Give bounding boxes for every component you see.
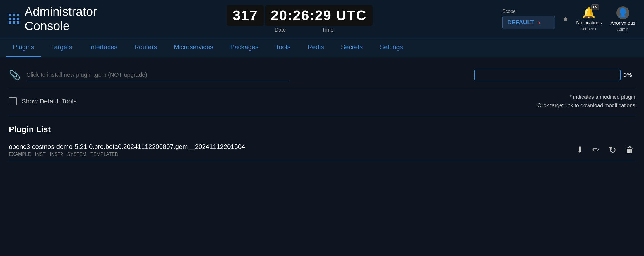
grid-icon bbox=[9, 14, 19, 24]
tab-packages[interactable]: Packages bbox=[223, 38, 266, 57]
plugin-tags: EXAMPLE INST INST2 SYSTEM TEMPLATED bbox=[9, 152, 575, 157]
plugin-tag: EXAMPLE bbox=[9, 152, 31, 157]
plugin-tag: TEMPLATED bbox=[90, 152, 118, 157]
date-display: 317 bbox=[227, 5, 264, 26]
main-content: 📎 0% Show Default Tools * indicates a mo… bbox=[0, 57, 644, 167]
tab-routers[interactable]: Routers bbox=[127, 38, 164, 57]
user-name: Anonymous bbox=[611, 21, 636, 26]
status-dot bbox=[564, 17, 567, 21]
app-title: Administrator Console bbox=[25, 5, 97, 33]
tab-redis[interactable]: Redis bbox=[300, 38, 331, 57]
refresh-icon bbox=[609, 146, 616, 155]
progress-container: 0% bbox=[474, 70, 635, 80]
clock-area: 317 20:26:29 UTC Date Time bbox=[227, 5, 373, 33]
plugin-tag: INST bbox=[35, 152, 46, 157]
scope-dropdown[interactable]: DEFAULT ▼ bbox=[502, 16, 555, 29]
plugin-tag: SYSTEM bbox=[67, 152, 86, 157]
time-display: 20:26:29 UTC bbox=[265, 5, 373, 26]
notification-label: Notifications bbox=[576, 20, 602, 25]
show-default-tools-checkbox[interactable] bbox=[9, 97, 17, 105]
delete-button[interactable] bbox=[625, 144, 635, 156]
time-label: Time bbox=[322, 27, 333, 33]
progress-percent: 0% bbox=[624, 72, 635, 78]
user-area: 👤 Anonymous Admin bbox=[611, 6, 636, 32]
edit-button[interactable] bbox=[591, 144, 600, 156]
user-avatar: 👤 bbox=[616, 6, 629, 19]
tab-settings[interactable]: Settings bbox=[373, 38, 410, 57]
tab-tools[interactable]: Tools bbox=[268, 38, 297, 57]
tab-targets[interactable]: Targets bbox=[44, 38, 79, 57]
download-button[interactable] bbox=[575, 144, 584, 156]
tools-note: * indicates a modified plugin Click targ… bbox=[537, 93, 635, 110]
notification-area: 🔔 69 Notifications Scripts: 0 bbox=[576, 7, 602, 31]
nav-tabs: Plugins Targets Interfaces Routers Micro… bbox=[0, 38, 644, 57]
tab-secrets[interactable]: Secrets bbox=[334, 38, 370, 57]
plugin-actions bbox=[575, 143, 635, 157]
tab-microservices[interactable]: Microservices bbox=[167, 38, 220, 57]
table-row: openc3-cosmos-demo-5.21.0.pre.beta0.2024… bbox=[9, 139, 635, 161]
edit-icon bbox=[592, 145, 599, 154]
plugin-info: openc3-cosmos-demo-5.21.0.pre.beta0.2024… bbox=[9, 143, 575, 157]
note-line1: * indicates a modified plugin bbox=[537, 93, 635, 101]
plugin-tag: INST2 bbox=[50, 152, 63, 157]
install-input[interactable] bbox=[26, 69, 290, 81]
show-default-tools-label: Show Default Tools bbox=[22, 98, 77, 105]
plugin-list-section: Plugin List openc3-cosmos-demo-5.21.0.pr… bbox=[9, 122, 635, 161]
user-role: Admin bbox=[617, 27, 629, 32]
plugin-name: openc3-cosmos-demo-5.21.0.pre.beta0.2024… bbox=[9, 143, 575, 151]
note-line2: Click target link to download modificati… bbox=[537, 101, 635, 110]
refresh-button[interactable] bbox=[607, 143, 618, 157]
scope-label: Scope bbox=[502, 9, 555, 14]
header: Administrator Console 317 20:26:29 UTC D… bbox=[0, 0, 644, 38]
paperclip-icon[interactable]: 📎 bbox=[9, 69, 20, 81]
date-label: Date bbox=[275, 27, 286, 33]
dropdown-arrow-icon: ▼ bbox=[537, 20, 542, 25]
tab-interfaces[interactable]: Interfaces bbox=[82, 38, 124, 57]
tools-row: Show Default Tools * indicates a modifie… bbox=[9, 93, 635, 116]
header-right: Scope DEFAULT ▼ 🔔 69 Notifications Scrip… bbox=[502, 6, 635, 32]
delete-icon bbox=[626, 145, 634, 154]
plugin-list-title: Plugin List bbox=[9, 125, 635, 134]
progress-bar bbox=[474, 70, 621, 80]
notification-count: 69 bbox=[591, 4, 599, 10]
scope-value: DEFAULT bbox=[507, 19, 534, 26]
notification-scripts: Scripts: 0 bbox=[580, 27, 597, 31]
install-row: 📎 0% bbox=[9, 63, 635, 87]
scope-container: Scope DEFAULT ▼ bbox=[502, 9, 555, 29]
download-icon bbox=[576, 145, 583, 154]
tab-plugins[interactable]: Plugins bbox=[6, 38, 41, 57]
